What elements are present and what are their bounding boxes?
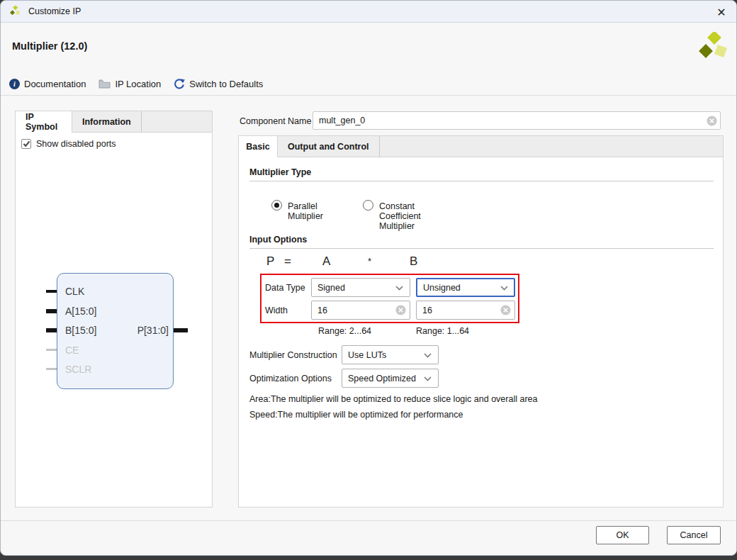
folder-icon	[99, 79, 111, 89]
optimization-options-label: Optimization Options	[249, 374, 332, 383]
tab-ip-symbol[interactable]: IP Symbol	[16, 111, 72, 133]
section-rule	[249, 181, 714, 181]
equation-a: A	[322, 254, 330, 269]
clear-icon[interactable]	[395, 305, 406, 315]
tab-information[interactable]: Information	[72, 111, 141, 132]
area-note: Area:The multiplier will be optimized to…	[249, 394, 537, 404]
window-titlebar: Customize IP ✕	[1, 1, 736, 23]
ip-location-button[interactable]: IP Location	[99, 79, 161, 89]
close-button[interactable]: ✕	[712, 3, 731, 21]
port-stub-ce	[46, 349, 57, 351]
clear-icon[interactable]	[500, 305, 511, 315]
refresh-icon	[174, 78, 185, 89]
switch-to-defaults-button[interactable]: Switch to Defaults	[174, 78, 263, 89]
input-options-title: Input Options	[249, 235, 307, 245]
radio-parallel-multiplier[interactable]	[271, 200, 282, 211]
radio-dot	[274, 203, 279, 208]
ip-location-label: IP Location	[115, 79, 161, 89]
app-icon	[9, 6, 21, 17]
chevron-down-icon	[424, 353, 432, 358]
documentation-label: Documentation	[24, 79, 86, 89]
port-stub-a	[46, 309, 57, 313]
tab-output-and-control[interactable]: Output and Control	[278, 136, 379, 157]
port-stub-b	[46, 328, 57, 332]
window-title: Customize IP	[28, 6, 81, 16]
chevron-down-icon	[424, 376, 432, 381]
data-type-label: Data Type	[265, 283, 305, 293]
show-disabled-ports-label: Show disabled ports	[36, 139, 116, 149]
optimization-options-value: Speed Optimized	[348, 374, 416, 383]
parallel-multiplier-label: Parallel Multiplier	[288, 201, 323, 221]
a-data-type-value: Signed	[317, 283, 345, 293]
width-label: Width	[265, 306, 288, 315]
chevron-down-icon	[395, 286, 403, 291]
footer-separator	[1, 520, 736, 521]
ip-symbol-panel: IP Symbol Information Show disabled port…	[15, 111, 213, 508]
component-name-input[interactable]	[313, 111, 721, 130]
xilinx-logo	[698, 32, 729, 62]
port-label-ce: CE	[65, 345, 79, 356]
toolbar: i Documentation IP Location Switch to De…	[9, 76, 263, 91]
equation-b: B	[410, 254, 417, 269]
section-rule	[249, 248, 714, 249]
port-label-p: P[31:0]	[129, 325, 169, 336]
a-range-label: Range: 2...64	[318, 326, 371, 336]
b-range-label: Range: 1...64	[416, 326, 469, 336]
port-stub-sclr	[46, 368, 57, 370]
multiplier-construction-value: Use LUTs	[348, 350, 386, 360]
show-disabled-ports-checkbox[interactable]	[21, 139, 31, 149]
speed-note: Speed:The multiplier will be optimized f…	[249, 410, 463, 420]
customize-ip-dialog: Customize IP ✕ Multiplier (12.0) i Docum…	[0, 0, 737, 556]
optimization-options-dropdown[interactable]: Speed Optimized	[342, 369, 439, 388]
equation-p: P	[266, 254, 274, 269]
multiplier-type-title: Multiplier Type	[249, 167, 311, 177]
config-panel: Basic Output and Control Multiplier Type…	[238, 135, 724, 508]
port-label-b: B[15:0]	[65, 325, 96, 336]
tab-divider	[141, 111, 142, 132]
port-stub-clk	[46, 290, 57, 293]
equation-eq: =	[284, 254, 291, 269]
component-name-label: Component Name	[240, 116, 311, 126]
chevron-down-icon	[500, 286, 508, 291]
ok-button[interactable]: OK	[596, 526, 649, 544]
port-label-sclr: SCLR	[65, 364, 91, 375]
multiplier-construction-dropdown[interactable]: Use LUTs	[342, 345, 439, 364]
constant-coefficient-multiplier-label: Constant Coefficient Multiplier	[379, 201, 421, 231]
port-label-a: A[15:0]	[65, 306, 96, 317]
b-data-type-value: Unsigned	[423, 283, 461, 293]
a-data-type-dropdown[interactable]: Signed	[311, 278, 410, 297]
switch-to-defaults-label: Switch to Defaults	[189, 79, 263, 89]
equation-star: *	[368, 256, 371, 267]
page-title: Multiplier (12.0)	[12, 40, 87, 52]
clear-icon[interactable]	[707, 116, 717, 126]
show-disabled-ports-row: Show disabled ports	[21, 139, 116, 149]
radio-constant-coefficient-multiplier[interactable]	[363, 200, 373, 211]
info-icon: i	[9, 79, 20, 89]
header-separator	[1, 95, 736, 96]
b-data-type-dropdown[interactable]: Unsigned	[416, 278, 515, 297]
tab-divider	[379, 136, 380, 157]
cancel-button[interactable]: Cancel	[667, 526, 721, 544]
port-stub-p	[174, 328, 188, 332]
documentation-button[interactable]: i Documentation	[9, 79, 86, 89]
checkmark-icon	[23, 140, 30, 147]
tab-basic[interactable]: Basic	[239, 136, 278, 157]
port-label-clk: CLK	[65, 286, 84, 297]
multiplier-construction-label: Multiplier Construction	[249, 350, 337, 360]
left-tabstrip: IP Symbol Information	[16, 111, 212, 133]
main-tabstrip: Basic Output and Control	[239, 136, 723, 157]
